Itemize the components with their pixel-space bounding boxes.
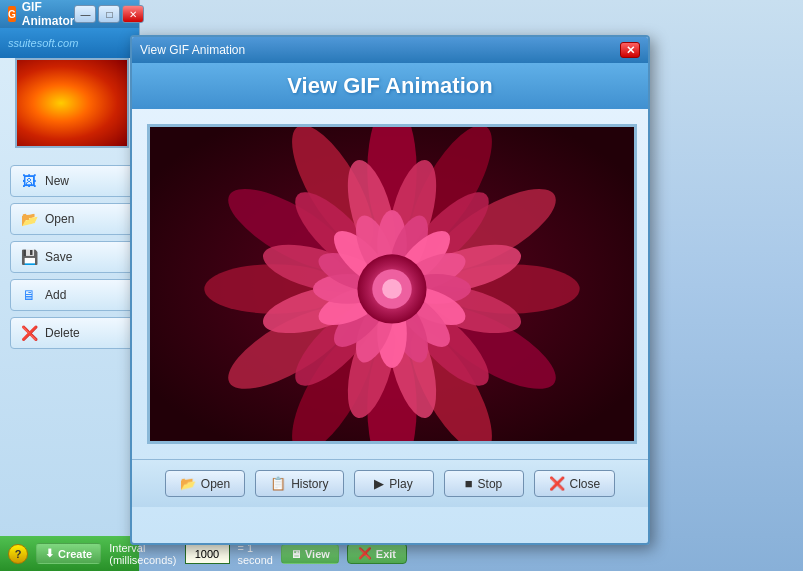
help-button[interactable]: ? [8,544,28,564]
new-icon: 🖼 [19,171,39,191]
interval-label: Interval (milliseconds) [109,542,176,566]
delete-label: Delete [45,326,80,340]
save-icon: 💾 [19,247,39,267]
new-button[interactable]: 🖼 New [10,165,134,197]
dialog-header-title: View GIF Animation [132,73,648,99]
dialog-title-bar: View GIF Animation ✕ [132,37,648,63]
exit-label: Exit [376,548,396,560]
main-window: G GIF Animator — □ ✕ ssuitesoft.com 🖼 Ne… [0,0,140,571]
maximize-button[interactable]: □ [98,5,120,23]
dialog-play-icon: ▶ [374,476,384,491]
new-label: New [45,174,69,188]
sidebar-buttons: 🖼 New 📂 Open 💾 Save 🖥 Add ❌ Delete [10,165,134,349]
add-button[interactable]: 🖥 Add [10,279,134,311]
delete-icon: ❌ [19,323,39,343]
dialog-header: View GIF Animation [132,63,648,109]
dialog-close-footer-label: Close [570,477,601,491]
minimize-button[interactable]: — [74,5,96,23]
delete-button[interactable]: ❌ Delete [10,317,134,349]
dialog-close-footer-icon: ❌ [549,476,565,491]
dialog-history-label: History [291,477,328,491]
create-label: Create [58,548,92,560]
dialog-title: View GIF Animation [140,43,620,57]
dialog-open-button[interactable]: 📂 Open [165,470,245,497]
gif-dialog: View GIF Animation ✕ View GIF Animation [130,35,650,545]
view-label: View [305,548,330,560]
title-controls: — □ ✕ [74,5,144,23]
dialog-stop-label: Stop [478,477,503,491]
dialog-history-button[interactable]: 📋 History [255,470,343,497]
dialog-content [132,109,648,459]
thumbnail-area [15,58,129,148]
equals-label: = 1 second [238,542,273,566]
dialog-close-button[interactable]: ✕ [620,42,640,58]
app-title: GIF Animator [22,0,75,28]
open-button[interactable]: 📂 Open [10,203,134,235]
create-icon: ⬇ [45,547,54,560]
dialog-play-button[interactable]: ▶ Play [354,470,434,497]
dialog-history-icon: 📋 [270,476,286,491]
open-label: Open [45,212,74,226]
flower-svg [150,127,634,441]
open-icon: 📂 [19,209,39,229]
flower-image [150,127,634,441]
view-icon: 🖥 [290,548,301,560]
dialog-stop-icon: ■ [465,476,473,491]
app-icon: G [8,6,16,22]
dialog-footer: 📂 Open 📋 History ▶ Play ■ Stop ❌ Close [132,459,648,507]
dialog-open-label: Open [201,477,230,491]
save-button[interactable]: 💾 Save [10,241,134,273]
dialog-stop-button[interactable]: ■ Stop [444,470,524,497]
close-button[interactable]: ✕ [122,5,144,23]
view-button[interactable]: 🖥 View [281,544,339,564]
save-label: Save [45,250,72,264]
dialog-open-icon: 📂 [180,476,196,491]
title-bar: G GIF Animator — □ ✕ [0,0,139,28]
brand-text: ssuitesoft.com [8,37,78,49]
interval-input[interactable] [185,544,230,564]
gif-display [147,124,637,444]
svg-point-43 [382,279,402,299]
exit-icon: ❌ [358,547,372,560]
bottom-bar: ? ⬇ Create Interval (milliseconds) = 1 s… [0,536,139,571]
add-label: Add [45,288,66,302]
dialog-play-label: Play [389,477,412,491]
exit-button[interactable]: ❌ Exit [347,543,407,564]
thumbnail-image [17,60,127,146]
dialog-close-footer-button[interactable]: ❌ Close [534,470,616,497]
add-icon: 🖥 [19,285,39,305]
create-button[interactable]: ⬇ Create [36,543,101,564]
brand-bar: ssuitesoft.com [0,28,139,58]
